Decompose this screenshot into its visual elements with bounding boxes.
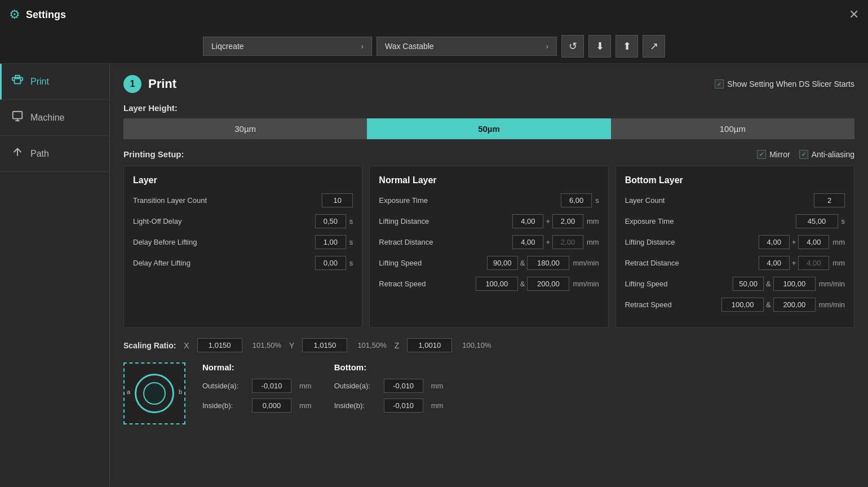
sidebar-item-machine[interactable]: Machine <box>0 100 109 136</box>
nl-lifting-speed-input1[interactable] <box>487 256 518 270</box>
machine-icon <box>11 110 24 125</box>
material-dropdown[interactable]: Wax Castable › <box>377 37 557 56</box>
bl-count-label: Layer Count <box>625 196 814 205</box>
nl-lifting-speed-input2[interactable] <box>527 256 569 270</box>
antialiasing-group: ✓ Anti-aliasing <box>799 150 854 159</box>
scaling-label: Scaling Ratio: <box>123 341 176 350</box>
material-label: Wax Castable <box>385 42 434 51</box>
normal-outside-input[interactable] <box>252 379 291 393</box>
scaling-z-pct: 100,10% <box>462 341 491 349</box>
amp-icon-3: & <box>766 280 771 288</box>
nl-lifting-dist-input2[interactable] <box>552 214 583 228</box>
diagram-label-a: a <box>127 388 130 395</box>
diagram-box: a b <box>123 362 185 424</box>
bl-lifting-dist-unit: mm <box>832 238 845 246</box>
nl-retract-dist-unit: mm <box>587 238 599 246</box>
bl-retract-speed-label: Retract Speed <box>625 300 721 309</box>
plus-icon-2: + <box>546 238 550 246</box>
manufacturer-chevron-icon: › <box>361 42 364 51</box>
close-button[interactable]: ✕ <box>849 7 859 22</box>
bl-retract-dist-input1[interactable] <box>759 256 790 270</box>
amp-icon-1: & <box>520 259 525 267</box>
plus-icon-1: + <box>546 217 550 225</box>
bl-lifting-dist-label: Lifting Distance <box>625 238 759 246</box>
normal-layer-card: Normal Layer Exposure Time s Lifting Dis… <box>369 166 608 328</box>
bottom-comp-col: Bottom: Outside(a): mm Inside(b): mm <box>334 362 444 418</box>
normal-inside-input[interactable] <box>252 399 291 413</box>
bl-retract-speed-input1[interactable] <box>721 298 764 312</box>
bl-exposure-row: Exposure Time s <box>625 214 845 228</box>
scaling-z-input[interactable] <box>407 338 452 352</box>
bl-retract-dist-input2[interactable] <box>798 256 829 270</box>
printing-setup-header: Printing Setup: ✓ Mirror ✓ Anti-aliasing <box>123 149 854 159</box>
transition-layer-input[interactable] <box>322 193 353 207</box>
diagram-inner-circle <box>143 382 166 405</box>
nl-retract-speed-input1[interactable] <box>476 277 518 291</box>
normal-outside-label: Outside(a): <box>202 382 247 390</box>
antialiasing-checkbox[interactable]: ✓ <box>799 150 808 159</box>
nl-retract-dist-label: Retract Distance <box>379 238 512 246</box>
nl-retract-speed-input2[interactable] <box>527 277 569 291</box>
nl-lifting-speed-label: Lifting Speed <box>379 259 486 267</box>
nl-lifting-dist-input1[interactable] <box>512 214 543 228</box>
title-bar-left: ⚙ Settings <box>9 7 66 22</box>
bl-lifting-dist-input1[interactable] <box>759 235 790 249</box>
bottom-outside-unit: mm <box>431 382 444 390</box>
nl-exposure-input[interactable] <box>561 193 592 207</box>
export-button[interactable]: ⬆ <box>615 35 638 57</box>
section-title-group: 1 Print <box>123 75 176 93</box>
nl-retract-speed-row: Retract Speed & mm/min <box>379 277 599 291</box>
import-button[interactable]: ⬇ <box>588 35 611 57</box>
bl-count-input[interactable] <box>814 193 845 207</box>
bl-retract-speed-row: Retract Speed & mm/min <box>625 298 845 312</box>
section-header: 1 Print ✓ Show Setting When DS Slicer St… <box>123 75 854 93</box>
bl-lifting-speed-unit: mm/min <box>819 280 845 288</box>
settings-cards: Layer Transition Layer Count Light-Off D… <box>123 166 854 328</box>
nl-exposure-row: Exposure Time s <box>379 193 599 207</box>
content-area: 1 Print ✓ Show Setting When DS Slicer St… <box>110 64 868 486</box>
nl-retract-speed-label: Retract Speed <box>379 280 475 288</box>
nl-retract-dist-input1[interactable] <box>512 235 543 249</box>
sidebar-item-print[interactable]: Print <box>0 64 109 100</box>
normal-outside-unit: mm <box>299 382 312 390</box>
delay-before-unit: s <box>349 238 353 246</box>
bl-retract-dist-row: Retract Distance + mm <box>625 256 845 270</box>
bottom-inside-input[interactable] <box>384 399 423 413</box>
bl-retract-speed-input2[interactable] <box>773 298 816 312</box>
layer-btn-100[interactable]: 100µm <box>611 118 854 139</box>
bottom-layer-card: Bottom Layer Layer Count Exposure Time s… <box>615 166 854 328</box>
bottom-outside-label: Outside(a): <box>334 382 379 390</box>
bl-lifting-dist-input2[interactable] <box>798 235 829 249</box>
nl-exposure-unit: s <box>595 196 599 205</box>
sidebar-item-path[interactable]: Path <box>0 136 109 172</box>
svg-rect-0 <box>15 78 21 83</box>
layer-btn-50[interactable]: 50µm <box>367 118 610 139</box>
nl-retract-dist-input2[interactable] <box>552 235 583 249</box>
normal-layer-card-title: Normal Layer <box>379 175 599 185</box>
layer-btn-30[interactable]: 30µm <box>123 118 367 139</box>
bottom-outside-input[interactable] <box>384 379 423 393</box>
light-off-row: Light-Off Delay s <box>133 214 353 228</box>
export2-button[interactable]: ↗ <box>643 35 665 57</box>
reset-icon: ↺ <box>569 40 577 52</box>
light-off-input[interactable] <box>315 214 346 228</box>
plus-icon-3: + <box>792 238 796 246</box>
title-bar: ⚙ Settings ✕ <box>0 0 868 29</box>
bl-exposure-input[interactable] <box>796 214 838 228</box>
bl-lifting-speed-input2[interactable] <box>773 277 816 291</box>
top-controls: Liqcreate › Wax Castable › ↺ ⬇ ⬆ ↗ <box>0 29 868 64</box>
diagram-label-b: b <box>179 388 182 395</box>
bl-retract-dist-label: Retract Distance <box>625 259 759 267</box>
show-setting-checkbox[interactable]: ✓ <box>715 79 724 88</box>
delay-after-row: Delay After Lifting s <box>133 256 353 270</box>
layer-card-title: Layer <box>133 175 353 185</box>
scaling-y-input[interactable] <box>302 338 347 352</box>
mirror-checkbox[interactable]: ✓ <box>757 150 766 159</box>
bl-lifting-speed-input1[interactable] <box>733 277 764 291</box>
scaling-x-input[interactable] <box>197 338 242 352</box>
delay-after-input[interactable] <box>315 256 346 270</box>
reset-button[interactable]: ↺ <box>561 35 584 57</box>
manufacturer-dropdown[interactable]: Liqcreate › <box>203 37 372 56</box>
bl-lifting-dist-row: Lifting Distance + mm <box>625 235 845 249</box>
delay-before-input[interactable] <box>315 235 346 249</box>
